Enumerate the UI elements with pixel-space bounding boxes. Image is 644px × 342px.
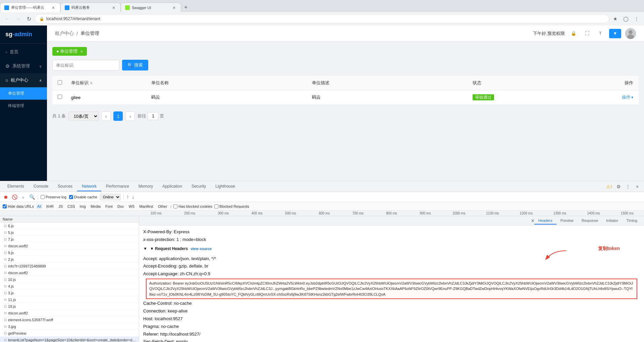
panel-tab-response[interactable]: Response [578, 217, 602, 225]
devtools-settings-icon[interactable]: ⚙ [614, 183, 623, 191]
more-options-icon[interactable]: ⋮ [632, 14, 641, 23]
search-input[interactable] [52, 60, 119, 70]
net-row-10js[interactable]: □10.js [0, 276, 139, 283]
refresh-button[interactable]: ↻ [24, 14, 34, 23]
sidebar-item-tenant[interactable]: ○ 租户中心 ∧ [0, 73, 47, 87]
sidebar-item-home[interactable]: ◦ 首页 [0, 45, 47, 59]
prev-page-button[interactable]: ‹ [101, 111, 111, 121]
tab-close-2[interactable]: × [111, 5, 116, 10]
tag-close-btn[interactable]: × [80, 49, 83, 54]
fullscreen-icon[interactable]: ⛶ [582, 29, 592, 38]
user-account-icon[interactable]: ◯ [621, 14, 631, 23]
tab-close-3[interactable]: × [171, 5, 177, 10]
panel-tab-initiator[interactable]: Initiator [602, 217, 622, 225]
devtools-more-icon[interactable]: ⋮ [624, 183, 632, 191]
back-button[interactable]: ← [3, 14, 12, 23]
devtools-tab-memory[interactable]: Memory [134, 182, 158, 191]
sidebar-item-unit-mgmt[interactable]: 单位管理 [0, 87, 47, 100]
page-1-button[interactable]: 1 [113, 111, 123, 121]
filter-css[interactable]: CSS [66, 204, 76, 209]
disable-cache-checkbox[interactable]: Disable cache [69, 195, 97, 199]
ops-dropdown-icon[interactable]: ▾ [631, 95, 633, 100]
sidebar-item-system[interactable]: ⚙ 系统管理 ∨ [0, 59, 47, 73]
net-row-tenantlist[interactable]: □tenantList?pageNum=1&pageSize=10&client… [0, 337, 139, 342]
preserve-log-checkbox[interactable]: Preserve log [41, 195, 66, 199]
net-row-9js[interactable]: □9.js [0, 249, 139, 256]
throttle-select[interactable]: Online [100, 194, 121, 200]
sort-id-icon[interactable]: ⇅ [90, 81, 93, 85]
devtools-tab-performance[interactable]: Performance [101, 182, 134, 191]
tab-3[interactable]: Swagger UI × [121, 3, 181, 12]
panel-tab-timing[interactable]: Timing [622, 217, 641, 225]
tab-close-1[interactable]: × [51, 5, 56, 10]
address-bar[interactable]: 🔒 localhost:9527/#/tenant/tenant [35, 14, 609, 23]
net-row-19js[interactable]: □19.js [0, 303, 139, 310]
lock-header-icon[interactable]: 🔒 [569, 29, 578, 38]
blocked-requests-checkbox[interactable]: Blocked Requests [214, 204, 249, 208]
filter-js[interactable]: JS [57, 204, 64, 209]
net-row-rbicon1[interactable]: □rbicon.woff2 [0, 243, 139, 249]
page-size-select[interactable]: 10条/页 [68, 111, 99, 121]
net-row-3js[interactable]: □3.js [0, 290, 139, 296]
panel-tab-preview[interactable]: Preview [556, 217, 578, 225]
filter-ws[interactable]: WS [127, 204, 136, 209]
filter-all[interactable]: All [36, 204, 43, 209]
record-button[interactable]: ⏺ [3, 194, 9, 200]
filter-other[interactable]: Other [157, 204, 169, 209]
tab-2[interactable]: 码果云教务 × [60, 3, 121, 12]
row-checkbox[interactable] [58, 95, 62, 99]
net-row-4js[interactable]: □4.js [0, 283, 139, 290]
devtools-tab-lighthouse[interactable]: Lighthouse [211, 182, 240, 191]
select-all-checkbox[interactable] [58, 80, 62, 85]
net-row-3jpg[interactable]: □3.jpg [0, 323, 139, 330]
export-button[interactable]: ↓ [132, 194, 135, 200]
search-network-button[interactable]: 🔍 [29, 194, 35, 200]
devtools-tab-application[interactable]: Application [158, 182, 187, 191]
devtools-tab-security[interactable]: Security [187, 182, 211, 191]
panel-tab-headers[interactable]: Headers [534, 217, 556, 225]
search-button[interactable]: 🔍 搜索 [122, 60, 148, 70]
next-page-button[interactable]: › [125, 111, 135, 121]
filter-manifest[interactable]: Manifest [138, 204, 155, 209]
net-row-2js[interactable]: □2.js [0, 256, 139, 263]
net-row-11js[interactable]: □11.js [0, 296, 139, 303]
warning-icon[interactable]: ⚠ 1 [605, 183, 613, 191]
dropdown-icon[interactable]: ▼ [609, 29, 621, 38]
clear-button[interactable]: 🚫 [11, 194, 17, 200]
devtools-close-icon[interactable]: × [633, 183, 641, 191]
filter-doc[interactable]: Doc [116, 204, 125, 209]
net-row-element-icons[interactable]: □element-icons.535877f.woff [0, 316, 139, 323]
goto-page-input[interactable] [148, 112, 158, 120]
panel-close-button[interactable]: × [531, 218, 534, 224]
forward-button[interactable]: → [13, 14, 23, 23]
filter-img[interactable]: Img [78, 204, 87, 209]
net-row-rbicon3[interactable]: □rbicon.woff2 [0, 310, 139, 316]
ops-button[interactable]: 操作 ▾ [622, 94, 633, 100]
bookmark-star-icon[interactable]: ★ [610, 14, 620, 23]
import-button[interactable]: ↑ [126, 194, 129, 200]
has-blocked-cookies-checkbox[interactable]: Has blocked cookies [173, 204, 212, 208]
net-row-getpreview[interactable]: □getPreview [0, 330, 139, 337]
net-row-5js[interactable]: □5.js [0, 229, 139, 236]
filter-font[interactable]: Font [104, 204, 114, 209]
net-row-info[interactable]: □info?t=1599725488889 [0, 263, 139, 270]
view-source-link[interactable]: view source [191, 247, 212, 251]
filter-media[interactable]: Media [89, 204, 102, 209]
new-tab-button[interactable]: + [181, 3, 191, 12]
net-row-rbicon2[interactable]: □rbicon.woff2 [0, 270, 139, 276]
hide-data-urls-checkbox[interactable]: Hide data URLs [3, 204, 34, 208]
breadcrumb-item-1[interactable]: 租户中心 [55, 31, 74, 37]
user-avatar[interactable] [625, 28, 636, 39]
unit-mgmt-tag[interactable]: ● 单位管理 × [52, 47, 87, 56]
net-row-7js[interactable]: □7.js [0, 236, 139, 243]
filter-xhr[interactable]: XHR [45, 204, 55, 209]
font-size-icon[interactable]: T [596, 29, 605, 38]
devtools-tab-elements[interactable]: Elements [3, 182, 29, 191]
net-row-6js[interactable]: □6.js [0, 223, 139, 229]
devtools-tab-network[interactable]: Network [77, 182, 101, 191]
sidebar-item-terminal-mgmt[interactable]: 终端管理 [0, 100, 47, 112]
devtools-tab-console[interactable]: Console [29, 182, 53, 191]
tab-1[interactable]: 单位管理——码果云 × [0, 3, 60, 12]
filter-icon-button[interactable]: ⬦ [20, 194, 26, 200]
devtools-tab-sources[interactable]: Sources [53, 182, 77, 191]
